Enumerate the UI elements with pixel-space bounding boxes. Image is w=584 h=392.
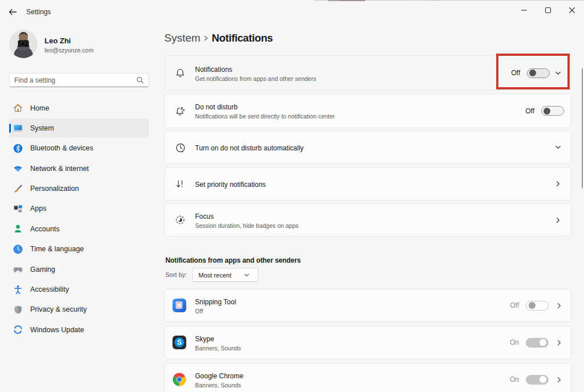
app-name: Skype — [195, 335, 241, 344]
windows-update-icon — [13, 325, 23, 334]
chevron-right-icon[interactable] — [555, 376, 563, 383]
maximize-button[interactable] — [536, 0, 560, 21]
window-title: Settings — [26, 8, 51, 16]
sidebar-item-label: Gaming — [30, 266, 55, 273]
sidebar-item-system[interactable]: System — [9, 119, 149, 137]
app-name: Google Chrome — [195, 372, 244, 381]
screen-edge-artifact — [339, 0, 365, 1]
skype-icon: S — [172, 336, 186, 350]
app-toggle-switch[interactable] — [526, 301, 549, 311]
chevron-right-icon[interactable] — [555, 302, 563, 309]
apps-icon — [13, 204, 23, 214]
profile-name: Leo Zhi — [44, 36, 71, 45]
close-icon — [569, 7, 575, 14]
setting-card-focus[interactable]: FocusSession duration, hide badges on ap… — [164, 203, 571, 236]
sidebar-item-label: Windows Update — [30, 326, 84, 334]
sidebar-item-label: System — [30, 124, 54, 132]
avatar[interactable] — [9, 30, 38, 58]
maximize-icon — [545, 7, 551, 14]
search-icon — [136, 76, 144, 84]
app-row-skype[interactable]: SSkypeBanners, SoundsOn — [164, 326, 571, 359]
bluetooth-icon — [13, 144, 23, 153]
app-subtitle: Banners, Sounds — [195, 381, 244, 389]
screen-edge-artifact — [429, 0, 441, 1]
sort-dropdown[interactable]: Most recent — [192, 268, 258, 282]
sidebar-item-privacy-security[interactable]: Privacy & security — [9, 300, 149, 319]
sidebar-item-label: Accounts — [30, 225, 59, 233]
app-row-snipping-tool[interactable]: Snipping ToolOffOff — [164, 289, 571, 322]
search-placeholder: Find a setting — [14, 76, 136, 84]
chevron-right-icon[interactable] — [554, 217, 562, 224]
sidebar-item-windows-update[interactable]: Windows Update — [9, 320, 149, 339]
sidebar-nav: HomeSystemBluetooth & devicesNetwork & i… — [9, 99, 149, 341]
sidebar-item-label: Network & internet — [30, 165, 89, 173]
breadcrumb: System Notifications — [164, 31, 273, 46]
bell-snooze-icon — [175, 105, 186, 117]
minimize-button[interactable] — [512, 0, 536, 21]
app-toggle-switch[interactable] — [526, 375, 549, 385]
bell-icon — [175, 67, 186, 79]
accounts-icon — [13, 224, 23, 234]
setting-card-turn-on-do-not-disturb-automatically[interactable]: Turn on do not disturb automatically — [164, 130, 571, 164]
toggle-switch[interactable] — [541, 106, 564, 116]
toggle-switch[interactable] — [527, 68, 550, 78]
back-arrow-icon — [7, 7, 18, 17]
snipping-tool-icon — [172, 299, 186, 313]
card-title: Do not disturb — [195, 103, 335, 112]
card-title: Set priority notifications — [195, 181, 266, 189]
app-row-google-chrome[interactable]: Google ChromeBanners, SoundsOn — [164, 363, 571, 392]
personalization-icon — [13, 184, 23, 194]
sidebar-item-accounts[interactable]: Accounts — [9, 219, 149, 238]
system-icon — [13, 123, 23, 133]
sidebar-item-home[interactable]: Home — [9, 99, 149, 117]
sidebar-item-label: Home — [30, 104, 49, 112]
sidebar-item-label: Accessibility — [30, 285, 69, 293]
card-subtitle: Session duration, hide badges on apps — [195, 222, 299, 230]
app-toggle-switch[interactable] — [526, 338, 549, 348]
settings-window: Settings Leo Zhi leo@szyunze.com Find a … — [0, 0, 584, 392]
chevron-right-icon[interactable] — [554, 180, 562, 187]
toggle-knob — [544, 108, 550, 115]
toggle-state-label: Off — [525, 107, 534, 115]
page-title: Notifications — [212, 32, 273, 44]
sidebar-item-gaming[interactable]: Gaming — [9, 260, 149, 279]
sidebar-item-label: Time & language — [30, 245, 84, 253]
sidebar-item-bluetooth-devices[interactable]: Bluetooth & devices — [9, 139, 149, 158]
sidebar-item-label: Personalization — [30, 185, 79, 193]
svg-text:S: S — [177, 338, 181, 346]
toggle-knob — [540, 339, 546, 346]
privacy-icon — [13, 305, 23, 315]
setting-card-notifications[interactable]: NotificationsGet notifications from apps… — [164, 55, 571, 91]
sidebar-item-label: Privacy & security — [30, 305, 87, 313]
sidebar-item-accessibility[interactable]: Accessibility — [9, 280, 149, 299]
chevron-down-icon[interactable] — [554, 144, 562, 151]
sidebar-item-personalization[interactable]: Personalization — [9, 179, 149, 198]
scrollbar[interactable] — [582, 68, 583, 188]
chevron-right-icon[interactable] — [555, 339, 563, 346]
breadcrumb-chevron-icon — [203, 35, 209, 42]
selected-indicator — [9, 124, 11, 133]
sidebar-item-apps[interactable]: Apps — [9, 199, 149, 218]
priority-icon — [175, 178, 186, 190]
home-icon — [13, 103, 23, 113]
titlebar: Settings — [0, 0, 584, 21]
breadcrumb-system[interactable]: System — [164, 32, 200, 44]
sort-by-label: Sort by: — [165, 271, 187, 278]
setting-card-set-priority-notifications[interactable]: Set priority notifications — [164, 167, 571, 201]
sidebar-item-network-internet[interactable]: Network & internet — [9, 159, 149, 178]
back-button[interactable] — [7, 7, 18, 17]
setting-card-do-not-disturb[interactable]: Do not disturbNotifications will be sent… — [164, 93, 571, 128]
toggle-knob — [540, 376, 546, 383]
close-button[interactable] — [560, 0, 584, 21]
chevron-down-icon[interactable] — [554, 70, 562, 77]
apps-section-header: Notifications from apps and other sender… — [165, 256, 301, 264]
network-icon — [13, 164, 23, 173]
sidebar-item-time-language[interactable]: Time & language — [9, 240, 149, 259]
card-title: Focus — [195, 213, 299, 221]
app-toggle-state-label: On — [510, 338, 519, 346]
screen-edge-artifact — [365, 0, 408, 1]
accessibility-icon — [13, 285, 23, 295]
clock-icon — [175, 142, 186, 153]
toggle-knob — [529, 302, 536, 309]
search-input[interactable]: Find a setting — [9, 73, 149, 87]
